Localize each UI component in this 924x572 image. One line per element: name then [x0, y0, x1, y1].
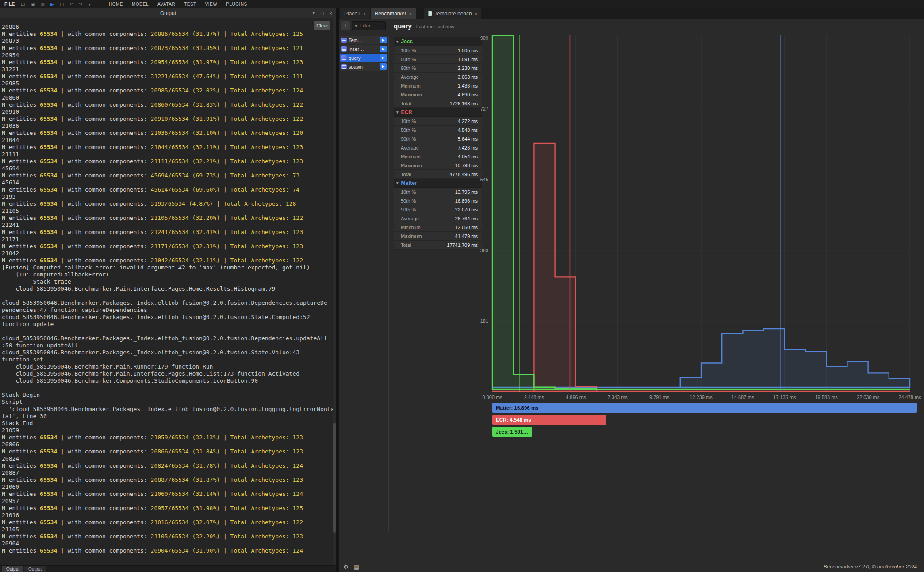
log-text-segment: Total Archetypes: 74 [230, 186, 300, 193]
log-text-segment: N entities [2, 476, 40, 483]
log-text-segment: | with common components: [57, 101, 150, 108]
settings-gear-icon[interactable]: ⚙ [343, 564, 349, 570]
log-entity-detail: N entities 65534 | with common component… [2, 505, 333, 512]
ribbon-tab-avatar[interactable]: AVATAR [157, 2, 175, 7]
log-entity-detail: N entities 65534 | with common component… [2, 462, 333, 469]
ribbon-tab-plugins[interactable]: PLUGINS [226, 2, 247, 7]
log-text-segment: | with common components: [57, 257, 150, 264]
log-text-segment: | [220, 73, 230, 80]
benchmark-item[interactable]: Tem…▶ [340, 36, 387, 44]
stat-value: 4.690 ms [458, 92, 478, 97]
log-entity-detail: N entities 65534 | with common component… [2, 144, 333, 151]
log-text-segment: 45614/65534 (69.60%) [151, 186, 220, 193]
add-benchmark-button[interactable]: + [341, 21, 350, 30]
benchmark-list-scrollbar[interactable] [388, 36, 389, 531]
tab-template-bench[interactable]: Template.bench× [424, 8, 481, 19]
log-text-segment: Total Archetypes: 122 [230, 519, 303, 526]
log-text-segment: 65534 [40, 115, 57, 122]
stat-label: Maximum [401, 234, 422, 239]
log-entity-count: 45614 [2, 179, 333, 186]
run-benchmark-button[interactable]: ▶ [380, 46, 387, 52]
output-panel-title: Output [160, 10, 176, 16]
stat-value: 16.896 ms [455, 198, 478, 203]
stats-row: Maximum41.479 ms [394, 232, 482, 241]
log-entity-count: 21171 [2, 236, 333, 243]
undo-icon[interactable]: ↶ [69, 2, 73, 7]
chevron-down-icon: ▾ [396, 181, 399, 185]
log-message: ---- Stack trace ---- [2, 278, 333, 285]
dock-tab-output[interactable]: Output [2, 566, 23, 572]
tab-benchmarker[interactable]: Benchmarker× [371, 8, 416, 19]
log-text-segment: Total Archetypes: 123 [230, 448, 303, 455]
stat-label: Total [401, 101, 411, 106]
panel-menu-chevron-icon[interactable]: ▾ [312, 10, 315, 16]
log-text-segment: 20886/65534 (31.87%) [151, 31, 220, 37]
histogram-chart [489, 33, 918, 396]
save-icon[interactable]: ▥ [41, 2, 45, 7]
log-text-segment: 65534 [40, 243, 57, 250]
log-text-segment: | [220, 144, 230, 150]
log-text-segment: | with common components: [57, 229, 150, 235]
stat-label: Total [401, 172, 411, 177]
dock-tab-output[interactable]: Output [24, 566, 46, 572]
log-message: cloud_5853950046.Benchmarker.Packages._I… [2, 299, 333, 307]
run-benchmark-button[interactable]: ▶ [380, 54, 387, 61]
filter-input[interactable] [360, 23, 383, 28]
log-entity-count: 20887 [2, 469, 333, 476]
log-entity-detail: N entities 65534 | with common component… [2, 158, 333, 165]
file-menu[interactable]: FILE [4, 2, 15, 7]
log-entity-count: 21059 [2, 427, 333, 434]
stat-value: 1.436 ms [458, 83, 478, 88]
chevron-down-icon: ▾ [396, 110, 399, 115]
bench-footer-icons: ⚙ ▦ [343, 564, 359, 570]
log-entity-detail: N entities 65534 | with common component… [2, 200, 333, 207]
tab-close-icon[interactable]: × [409, 11, 412, 16]
log-entity-count: 20860 [2, 94, 333, 101]
log-message: cloud_5853950046.Benchmarker.Main.Runner… [2, 363, 333, 370]
new-file-icon[interactable]: ▤ [21, 2, 25, 7]
log-text-segment: 20957/65534 (31.98%) [151, 505, 220, 511]
benchmark-item[interactable]: query▶ [340, 54, 387, 62]
tab-place1[interactable]: Place1× [340, 8, 370, 19]
ribbon-tab-home[interactable]: HOME [109, 2, 123, 7]
ribbon-tab-model[interactable]: MODEL [132, 2, 149, 7]
open-file-icon[interactable]: ▣ [31, 2, 35, 7]
redo-icon[interactable]: ↷ [79, 2, 83, 7]
log-entity-detail: N entities 65534 | with common component… [2, 476, 333, 484]
log-text-segment: 65534 [40, 533, 57, 540]
log-text-segment: | [220, 448, 230, 455]
log-text-segment: N entities [2, 434, 40, 441]
play-icon[interactable]: ▶ [50, 2, 54, 7]
output-panel: Output ▾ □ × 20886N entities 65534 | wit… [0, 8, 336, 572]
log-text-segment: 65534 [40, 130, 57, 136]
scrollbar-thumb[interactable] [333, 423, 336, 532]
log-text-segment: | [220, 87, 230, 94]
log-text-segment: N entities [2, 257, 40, 264]
log-text-segment: Total Archetypes: 123 [230, 476, 303, 483]
clear-output-button[interactable]: Clear [314, 21, 330, 30]
benchmark-item[interactable]: inser…▶ [340, 45, 387, 53]
bench-file-icon [428, 11, 432, 16]
y-axis-label: 181 [467, 319, 488, 324]
x-axis-label: 24.478 ms [890, 395, 924, 400]
tab-label: Place1 [344, 11, 360, 17]
report-icon[interactable]: ▦ [354, 564, 359, 570]
stat-value: 5.644 ms [458, 136, 478, 142]
log-text-segment: | [220, 229, 230, 235]
tab-close-icon[interactable]: × [475, 11, 477, 16]
chevron-down-icon[interactable]: ▾ [88, 2, 91, 7]
log-message: :50 function updateAll [2, 342, 333, 349]
select-tool-icon[interactable]: ▢ [60, 2, 64, 7]
panel-float-icon[interactable]: □ [321, 11, 324, 16]
log-text-segment: 45694/65534 (69.73%) [151, 172, 220, 179]
run-benchmark-button[interactable]: ▶ [380, 63, 387, 70]
run-benchmark-button[interactable]: ▶ [380, 37, 387, 43]
log-message: function set [2, 356, 333, 363]
tab-close-icon[interactable]: × [363, 11, 366, 16]
ribbon-tab-view[interactable]: VIEW [205, 2, 218, 7]
benchmark-item[interactable]: spawn▶ [340, 62, 387, 71]
panel-close-icon[interactable]: × [330, 11, 332, 16]
ribbon-tab-test[interactable]: TEST [184, 2, 196, 7]
output-scrollbar[interactable] [333, 18, 336, 565]
document-tabstrip: Place1×Benchmarker×Template.bench× [339, 8, 924, 19]
